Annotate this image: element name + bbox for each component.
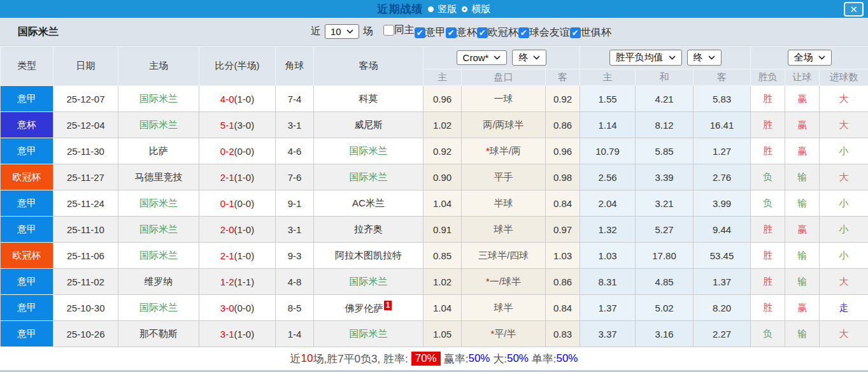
filter-checkbox-item: 同主 (383, 24, 415, 37)
cell-home-team: 国际米兰 (118, 112, 199, 138)
col-header-score: 比分(半场) (199, 46, 276, 86)
checkbox-checked-icon[interactable]: ✔ (518, 27, 529, 38)
cell-result-winloss: 负 (751, 164, 785, 190)
checkbox-checked-icon[interactable]: ✔ (570, 27, 581, 38)
cell-home-team: 比萨 (118, 138, 199, 164)
footer-segment-red: 10 (301, 352, 313, 365)
score-fulltime: 2-1 (220, 250, 234, 261)
checkbox-checked-icon[interactable]: ✔ (446, 27, 457, 38)
table-row: 意甲25-11-10国际米兰2-0(1-0)3-1拉齐奥0.91球半0.971.… (1, 217, 868, 243)
cell-odds-draw: 17.80 (636, 243, 694, 269)
cell-away-team: 佛罗伦萨1 (314, 295, 423, 321)
subheader-result-handicap: 让球 (785, 69, 820, 86)
odds-type-select[interactable]: 胜平负均值 (609, 50, 682, 66)
table-row: 意甲25-12-07国际米兰4-0(1-0)7-4科莫0.96一球0.921.5… (1, 86, 868, 112)
cell-odds-away: 1.37 (694, 269, 751, 295)
cell-handicap-away-odds: 1.03 (546, 243, 580, 269)
col-header-home: 主场 (118, 46, 199, 86)
filter-checkbox-item: ✔意甲 (415, 26, 446, 39)
cell-date: 25-10-30 (53, 295, 118, 321)
cell-result-goals: 小 (820, 190, 868, 217)
cell-away-team: 国际米兰 (314, 321, 423, 347)
odds-company-value: Crow* (463, 52, 489, 63)
subheader-handicap-away: 客 (546, 69, 580, 86)
col-header-away: 客场 (314, 46, 423, 86)
vertical-layout-label[interactable]: 竖版 (438, 3, 457, 15)
subheader-odds-draw: 和 (636, 69, 694, 86)
cell-handicap-home-odds: 1.02 (423, 112, 462, 138)
cell-corners: 8-5 (276, 295, 314, 321)
cell-date: 25-12-07 (53, 86, 118, 112)
cell-date: 25-11-24 (53, 190, 118, 217)
cell-result-winloss: 胜 (751, 243, 785, 269)
cell-handicap-line: 球半 (462, 295, 546, 321)
footer-segment-plain: 单率: (529, 352, 556, 366)
cell-odds-away: 3.99 (694, 190, 751, 217)
cell-odds-draw: 5.27 (636, 217, 694, 243)
cell-away-team: 国际米兰 (314, 138, 423, 164)
cell-result-handicap: 输 (785, 190, 820, 217)
table-row: 欧冠杯25-11-27马德里竞技2-1(1-0)7-6国际米兰0.90平手0.9… (1, 164, 868, 190)
cell-date: 25-11-30 (53, 138, 118, 164)
score-fulltime: 2-1 (220, 172, 234, 183)
subheader-result-goals: 进球数 (820, 69, 868, 86)
close-button[interactable]: ✕ (844, 2, 864, 17)
cell-home-team: 马德里竞技 (118, 164, 199, 190)
cell-handicap-away-odds: 0.86 (546, 269, 580, 295)
odds-company-select[interactable]: Crow* (457, 50, 508, 65)
table-row: 意甲25-11-30比萨0-2(0-0)4-6国际米兰0.92*球半/两0.96… (1, 138, 868, 164)
odds-time-select[interactable]: 终 (687, 50, 722, 66)
horizontal-layout-radio[interactable] (462, 6, 467, 12)
results-table: 类型 日期 主场 比分(半场) 角球 客场 Crow* 终 (0, 46, 868, 347)
handicap-time-select[interactable]: 终 (512, 50, 546, 66)
close-icon: ✕ (850, 4, 858, 15)
cell-handicap-away-odds: 0.84 (546, 295, 580, 321)
checkbox-checked-icon[interactable]: ✔ (415, 27, 425, 38)
handicap-text: 平手 (494, 171, 513, 182)
cell-home-team: 国际米兰 (118, 86, 199, 112)
scope-value: 全场 (794, 52, 813, 64)
cell-odds-home: 10.79 (580, 138, 636, 164)
cell-handicap-away-odds: 0.84 (546, 190, 580, 217)
vertical-layout-radio[interactable] (428, 6, 434, 12)
cell-match-type: 欧冠杯 (1, 243, 53, 269)
recent-count-select[interactable]: 10 (325, 24, 359, 39)
chevron-down-icon (669, 55, 676, 60)
scope-select[interactable]: 全场 (788, 50, 832, 66)
cell-match-type: 意甲 (1, 295, 53, 321)
cell-result-goals: 大 (820, 269, 868, 295)
cell-date: 25-12-04 (53, 112, 118, 138)
checkbox-checked-icon[interactable]: ✔ (477, 27, 488, 38)
footer-segment-badge: 70% (411, 352, 441, 366)
score-halftime: (1-0) (234, 172, 255, 183)
cell-odds-draw: 4.21 (636, 86, 694, 112)
cell-home-team: 维罗纳 (118, 269, 199, 295)
filter-checkbox-item: ✔球会友谊 (518, 26, 570, 39)
footer-segment-plain: 近 (290, 352, 301, 366)
cell-home-team: 那不勒斯 (118, 321, 199, 347)
handicap-text: 球半 (494, 302, 513, 313)
cell-score: 5-1(3-0) (199, 112, 276, 138)
filter-checkbox-label: 世俱杯 (581, 26, 611, 39)
match-rows: 意甲25-12-07国际米兰4-0(1-0)7-4科莫0.96一球0.921.5… (1, 86, 868, 347)
cell-odds-away: 5.83 (694, 86, 751, 112)
cell-handicap-line: 平手 (462, 164, 546, 190)
checkbox-unchecked-icon[interactable] (383, 25, 394, 36)
score-halftime: (1-1) (234, 276, 255, 287)
cell-result-handicap: 赢 (785, 138, 820, 164)
cell-result-handicap: 赢 (785, 217, 820, 243)
footer-segment-blue: 50% (507, 352, 529, 365)
subheader-handicap: 盘口 (462, 69, 546, 86)
score-fulltime: 5-1 (220, 120, 234, 131)
table-row: 意甲25-11-24国际米兰0-1(0-0)9-1AC米兰1.04半球0.842… (1, 190, 868, 217)
cell-handicap-line: *平/半 (462, 321, 546, 347)
cell-odds-away: 53.45 (694, 243, 751, 269)
table-row: 意甲25-10-26那不勒斯3-1(1-0)1-4国际米兰1.05*平/半0.8… (1, 321, 868, 347)
cell-odds-home: 1.55 (580, 86, 636, 112)
col-header-date: 日期 (53, 46, 118, 86)
subheader-odds-home: 主 (580, 69, 636, 86)
cell-score: 2-0(1-0) (199, 217, 276, 243)
cell-handicap-line: 球半 (462, 217, 546, 243)
cell-handicap-away-odds: 0.98 (546, 164, 580, 190)
horizontal-layout-label[interactable]: 横版 (472, 3, 491, 15)
